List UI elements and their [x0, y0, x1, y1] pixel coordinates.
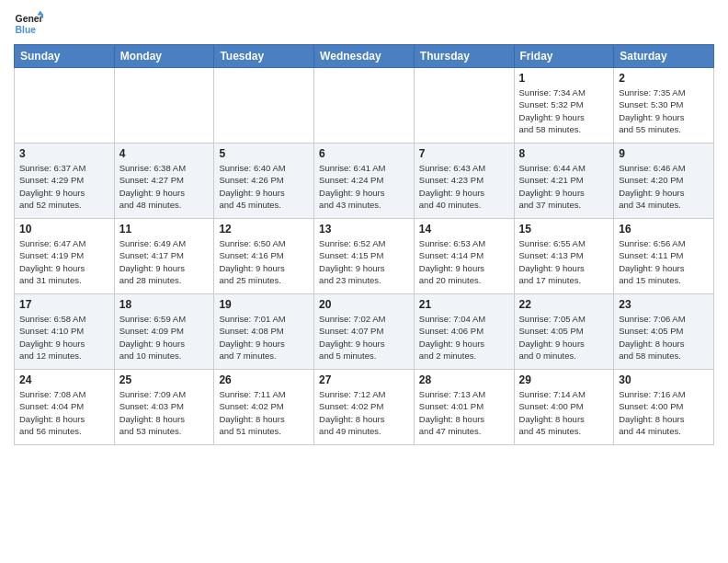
day-info: Sunrise: 7:08 AM Sunset: 4:04 PM Dayligh… [19, 388, 109, 437]
day-info: Sunrise: 7:16 AM Sunset: 4:00 PM Dayligh… [619, 388, 709, 437]
day-info: Sunrise: 7:02 AM Sunset: 4:07 PM Dayligh… [319, 313, 409, 362]
day-cell: 20Sunrise: 7:02 AM Sunset: 4:07 PM Dayli… [314, 294, 415, 370]
day-cell: 11Sunrise: 6:49 AM Sunset: 4:17 PM Dayli… [114, 219, 214, 294]
day-cell: 24Sunrise: 7:08 AM Sunset: 4:04 PM Dayli… [15, 370, 115, 445]
day-number: 18 [119, 298, 210, 311]
day-number: 19 [219, 298, 309, 311]
day-info: Sunrise: 6:41 AM Sunset: 4:24 PM Dayligh… [319, 162, 409, 211]
svg-text:General: General [16, 14, 43, 24]
day-cell: 7Sunrise: 6:43 AM Sunset: 4:23 PM Daylig… [414, 144, 514, 219]
day-number: 16 [619, 223, 709, 236]
day-number: 20 [319, 298, 409, 311]
day-info: Sunrise: 6:44 AM Sunset: 4:21 PM Dayligh… [519, 162, 609, 211]
day-cell [114, 68, 214, 144]
day-number: 28 [419, 373, 509, 386]
day-cell [314, 68, 415, 144]
day-info: Sunrise: 6:58 AM Sunset: 4:10 PM Dayligh… [19, 313, 109, 362]
day-number: 6 [319, 147, 409, 160]
day-info: Sunrise: 6:50 AM Sunset: 4:16 PM Dayligh… [219, 237, 309, 286]
day-cell [214, 68, 314, 144]
day-info: Sunrise: 6:40 AM Sunset: 4:26 PM Dayligh… [219, 162, 309, 211]
day-cell: 29Sunrise: 7:14 AM Sunset: 4:00 PM Dayli… [514, 370, 614, 445]
day-cell: 13Sunrise: 6:52 AM Sunset: 4:15 PM Dayli… [314, 219, 415, 294]
day-number: 24 [19, 373, 109, 386]
day-info: Sunrise: 7:11 AM Sunset: 4:02 PM Dayligh… [219, 388, 309, 437]
day-cell: 1Sunrise: 7:34 AM Sunset: 5:32 PM Daylig… [514, 68, 614, 144]
day-number: 29 [519, 373, 609, 386]
week-row-4: 24Sunrise: 7:08 AM Sunset: 4:04 PM Dayli… [15, 370, 714, 445]
day-cell [15, 68, 115, 144]
day-cell: 14Sunrise: 6:53 AM Sunset: 4:14 PM Dayli… [414, 219, 514, 294]
day-cell: 3Sunrise: 6:37 AM Sunset: 4:29 PM Daylig… [15, 144, 115, 219]
day-header-friday: Friday [514, 45, 614, 68]
day-cell: 22Sunrise: 7:05 AM Sunset: 4:05 PM Dayli… [514, 294, 614, 370]
day-cell: 2Sunrise: 7:35 AM Sunset: 5:30 PM Daylig… [614, 68, 714, 144]
day-number: 14 [419, 223, 509, 236]
day-info: Sunrise: 6:46 AM Sunset: 4:20 PM Dayligh… [619, 162, 709, 211]
header: General Blue [14, 9, 714, 39]
day-info: Sunrise: 7:14 AM Sunset: 4:00 PM Dayligh… [519, 388, 609, 437]
day-number: 17 [19, 298, 109, 311]
day-number: 8 [519, 147, 609, 160]
day-cell: 6Sunrise: 6:41 AM Sunset: 4:24 PM Daylig… [314, 144, 415, 219]
day-info: Sunrise: 6:47 AM Sunset: 4:19 PM Dayligh… [19, 237, 109, 286]
day-number: 21 [419, 298, 509, 311]
day-info: Sunrise: 6:49 AM Sunset: 4:17 PM Dayligh… [119, 237, 210, 286]
day-number: 5 [219, 147, 309, 160]
day-info: Sunrise: 6:56 AM Sunset: 4:11 PM Dayligh… [619, 237, 709, 286]
day-cell: 30Sunrise: 7:16 AM Sunset: 4:00 PM Dayli… [614, 370, 714, 445]
day-cell: 15Sunrise: 6:55 AM Sunset: 4:13 PM Dayli… [514, 219, 614, 294]
day-cell: 5Sunrise: 6:40 AM Sunset: 4:26 PM Daylig… [214, 144, 314, 219]
day-info: Sunrise: 6:55 AM Sunset: 4:13 PM Dayligh… [519, 237, 609, 286]
day-number: 11 [119, 223, 210, 236]
week-row-3: 17Sunrise: 6:58 AM Sunset: 4:10 PM Dayli… [15, 294, 714, 370]
day-info: Sunrise: 6:52 AM Sunset: 4:15 PM Dayligh… [319, 237, 409, 286]
day-info: Sunrise: 7:04 AM Sunset: 4:06 PM Dayligh… [419, 313, 509, 362]
day-cell: 12Sunrise: 6:50 AM Sunset: 4:16 PM Dayli… [214, 219, 314, 294]
day-info: Sunrise: 7:09 AM Sunset: 4:03 PM Dayligh… [119, 388, 210, 437]
day-header-sunday: Sunday [15, 45, 115, 68]
day-number: 13 [319, 223, 409, 236]
logo: General Blue [14, 9, 43, 39]
day-info: Sunrise: 7:01 AM Sunset: 4:08 PM Dayligh… [219, 313, 309, 362]
day-cell [414, 68, 514, 144]
day-cell: 16Sunrise: 6:56 AM Sunset: 4:11 PM Dayli… [614, 219, 714, 294]
day-info: Sunrise: 7:13 AM Sunset: 4:01 PM Dayligh… [419, 388, 509, 437]
day-cell: 21Sunrise: 7:04 AM Sunset: 4:06 PM Dayli… [414, 294, 514, 370]
day-info: Sunrise: 7:12 AM Sunset: 4:02 PM Dayligh… [319, 388, 409, 437]
day-cell: 9Sunrise: 6:46 AM Sunset: 4:20 PM Daylig… [614, 144, 714, 219]
day-header-thursday: Thursday [414, 45, 514, 68]
day-cell: 23Sunrise: 7:06 AM Sunset: 4:05 PM Dayli… [614, 294, 714, 370]
day-number: 25 [119, 373, 210, 386]
day-cell: 17Sunrise: 6:58 AM Sunset: 4:10 PM Dayli… [15, 294, 115, 370]
day-number: 12 [219, 223, 309, 236]
day-info: Sunrise: 6:37 AM Sunset: 4:29 PM Dayligh… [19, 162, 109, 211]
day-header-saturday: Saturday [614, 45, 714, 68]
day-number: 1 [519, 72, 609, 85]
week-row-1: 3Sunrise: 6:37 AM Sunset: 4:29 PM Daylig… [15, 144, 714, 219]
day-cell: 10Sunrise: 6:47 AM Sunset: 4:19 PM Dayli… [15, 219, 115, 294]
day-info: Sunrise: 6:53 AM Sunset: 4:14 PM Dayligh… [419, 237, 509, 286]
day-number: 9 [619, 147, 709, 160]
day-header-wednesday: Wednesday [314, 45, 415, 68]
day-info: Sunrise: 7:34 AM Sunset: 5:32 PM Dayligh… [519, 86, 609, 135]
day-number: 27 [319, 373, 409, 386]
calendar: SundayMondayTuesdayWednesdayThursdayFrid… [14, 44, 714, 445]
day-cell: 25Sunrise: 7:09 AM Sunset: 4:03 PM Dayli… [114, 370, 214, 445]
day-info: Sunrise: 6:38 AM Sunset: 4:27 PM Dayligh… [119, 162, 210, 211]
day-cell: 19Sunrise: 7:01 AM Sunset: 4:08 PM Dayli… [214, 294, 314, 370]
week-row-0: 1Sunrise: 7:34 AM Sunset: 5:32 PM Daylig… [15, 68, 714, 144]
day-number: 15 [519, 223, 609, 236]
day-cell: 18Sunrise: 6:59 AM Sunset: 4:09 PM Dayli… [114, 294, 214, 370]
logo-icon: General Blue [14, 9, 43, 39]
day-cell: 28Sunrise: 7:13 AM Sunset: 4:01 PM Dayli… [414, 370, 514, 445]
day-cell: 4Sunrise: 6:38 AM Sunset: 4:27 PM Daylig… [114, 144, 214, 219]
header-row: SundayMondayTuesdayWednesdayThursdayFrid… [15, 45, 714, 68]
day-info: Sunrise: 6:43 AM Sunset: 4:23 PM Dayligh… [419, 162, 509, 211]
day-cell: 26Sunrise: 7:11 AM Sunset: 4:02 PM Dayli… [214, 370, 314, 445]
day-info: Sunrise: 6:59 AM Sunset: 4:09 PM Dayligh… [119, 313, 210, 362]
day-number: 23 [619, 298, 709, 311]
day-number: 2 [619, 72, 709, 85]
day-info: Sunrise: 7:05 AM Sunset: 4:05 PM Dayligh… [519, 313, 609, 362]
week-row-2: 10Sunrise: 6:47 AM Sunset: 4:19 PM Dayli… [15, 219, 714, 294]
